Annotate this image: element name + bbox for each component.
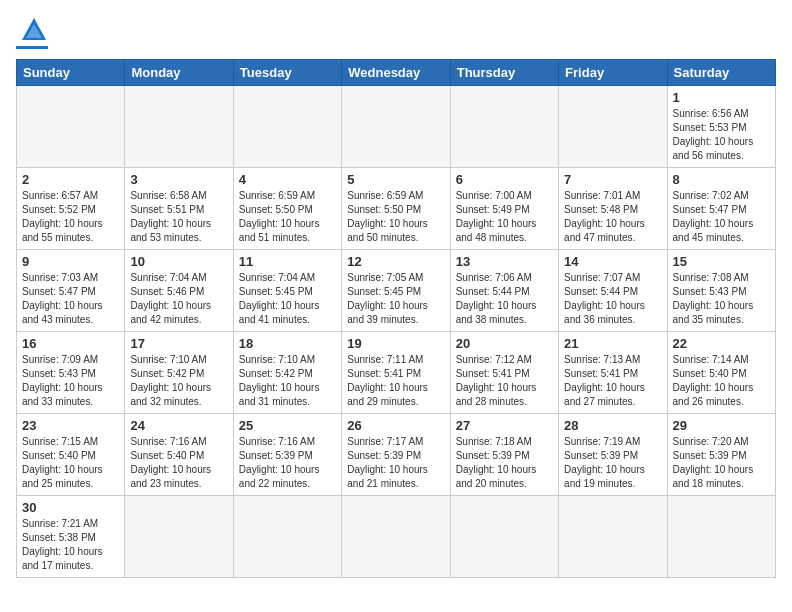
day-info: Sunrise: 6:57 AM Sunset: 5:52 PM Dayligh… <box>22 189 119 245</box>
calendar-cell: 22Sunrise: 7:14 AM Sunset: 5:40 PM Dayli… <box>667 332 775 414</box>
weekday-header-sunday: Sunday <box>17 60 125 86</box>
day-info: Sunrise: 7:18 AM Sunset: 5:39 PM Dayligh… <box>456 435 553 491</box>
weekday-header-monday: Monday <box>125 60 233 86</box>
calendar-cell <box>125 496 233 578</box>
day-number: 28 <box>564 418 661 433</box>
calendar-cell <box>667 496 775 578</box>
calendar-cell: 30Sunrise: 7:21 AM Sunset: 5:38 PM Dayli… <box>17 496 125 578</box>
logo-underline <box>16 46 48 49</box>
day-number: 29 <box>673 418 770 433</box>
day-info: Sunrise: 7:05 AM Sunset: 5:45 PM Dayligh… <box>347 271 444 327</box>
logo-icon <box>20 16 48 44</box>
calendar: SundayMondayTuesdayWednesdayThursdayFrid… <box>16 59 776 578</box>
weekday-header-wednesday: Wednesday <box>342 60 450 86</box>
week-row-3: 9Sunrise: 7:03 AM Sunset: 5:47 PM Daylig… <box>17 250 776 332</box>
day-info: Sunrise: 7:01 AM Sunset: 5:48 PM Dayligh… <box>564 189 661 245</box>
day-info: Sunrise: 7:16 AM Sunset: 5:40 PM Dayligh… <box>130 435 227 491</box>
day-info: Sunrise: 7:21 AM Sunset: 5:38 PM Dayligh… <box>22 517 119 573</box>
day-number: 23 <box>22 418 119 433</box>
week-row-2: 2Sunrise: 6:57 AM Sunset: 5:52 PM Daylig… <box>17 168 776 250</box>
calendar-cell: 23Sunrise: 7:15 AM Sunset: 5:40 PM Dayli… <box>17 414 125 496</box>
calendar-cell: 1Sunrise: 6:56 AM Sunset: 5:53 PM Daylig… <box>667 86 775 168</box>
calendar-cell: 9Sunrise: 7:03 AM Sunset: 5:47 PM Daylig… <box>17 250 125 332</box>
day-info: Sunrise: 7:09 AM Sunset: 5:43 PM Dayligh… <box>22 353 119 409</box>
calendar-cell: 7Sunrise: 7:01 AM Sunset: 5:48 PM Daylig… <box>559 168 667 250</box>
day-info: Sunrise: 7:04 AM Sunset: 5:46 PM Dayligh… <box>130 271 227 327</box>
day-number: 9 <box>22 254 119 269</box>
day-number: 12 <box>347 254 444 269</box>
week-row-5: 23Sunrise: 7:15 AM Sunset: 5:40 PM Dayli… <box>17 414 776 496</box>
calendar-cell <box>559 496 667 578</box>
day-number: 27 <box>456 418 553 433</box>
day-number: 8 <box>673 172 770 187</box>
calendar-cell: 28Sunrise: 7:19 AM Sunset: 5:39 PM Dayli… <box>559 414 667 496</box>
day-info: Sunrise: 6:59 AM Sunset: 5:50 PM Dayligh… <box>239 189 336 245</box>
calendar-cell: 15Sunrise: 7:08 AM Sunset: 5:43 PM Dayli… <box>667 250 775 332</box>
day-number: 19 <box>347 336 444 351</box>
day-number: 14 <box>564 254 661 269</box>
calendar-cell <box>450 86 558 168</box>
week-row-6: 30Sunrise: 7:21 AM Sunset: 5:38 PM Dayli… <box>17 496 776 578</box>
day-number: 21 <box>564 336 661 351</box>
day-info: Sunrise: 6:58 AM Sunset: 5:51 PM Dayligh… <box>130 189 227 245</box>
day-info: Sunrise: 6:59 AM Sunset: 5:50 PM Dayligh… <box>347 189 444 245</box>
day-number: 22 <box>673 336 770 351</box>
calendar-cell: 10Sunrise: 7:04 AM Sunset: 5:46 PM Dayli… <box>125 250 233 332</box>
day-info: Sunrise: 7:00 AM Sunset: 5:49 PM Dayligh… <box>456 189 553 245</box>
header <box>16 16 776 49</box>
day-number: 2 <box>22 172 119 187</box>
day-number: 4 <box>239 172 336 187</box>
calendar-cell <box>450 496 558 578</box>
calendar-cell <box>17 86 125 168</box>
day-number: 3 <box>130 172 227 187</box>
logo <box>16 16 48 49</box>
calendar-cell: 27Sunrise: 7:18 AM Sunset: 5:39 PM Dayli… <box>450 414 558 496</box>
weekday-header-saturday: Saturday <box>667 60 775 86</box>
weekday-header-row: SundayMondayTuesdayWednesdayThursdayFrid… <box>17 60 776 86</box>
day-info: Sunrise: 7:06 AM Sunset: 5:44 PM Dayligh… <box>456 271 553 327</box>
day-info: Sunrise: 7:08 AM Sunset: 5:43 PM Dayligh… <box>673 271 770 327</box>
calendar-cell <box>342 496 450 578</box>
calendar-cell: 19Sunrise: 7:11 AM Sunset: 5:41 PM Dayli… <box>342 332 450 414</box>
day-info: Sunrise: 7:10 AM Sunset: 5:42 PM Dayligh… <box>239 353 336 409</box>
week-row-4: 16Sunrise: 7:09 AM Sunset: 5:43 PM Dayli… <box>17 332 776 414</box>
day-info: Sunrise: 7:16 AM Sunset: 5:39 PM Dayligh… <box>239 435 336 491</box>
calendar-cell: 29Sunrise: 7:20 AM Sunset: 5:39 PM Dayli… <box>667 414 775 496</box>
day-info: Sunrise: 7:11 AM Sunset: 5:41 PM Dayligh… <box>347 353 444 409</box>
day-info: Sunrise: 7:14 AM Sunset: 5:40 PM Dayligh… <box>673 353 770 409</box>
calendar-cell: 20Sunrise: 7:12 AM Sunset: 5:41 PM Dayli… <box>450 332 558 414</box>
calendar-cell <box>342 86 450 168</box>
day-number: 30 <box>22 500 119 515</box>
calendar-cell: 14Sunrise: 7:07 AM Sunset: 5:44 PM Dayli… <box>559 250 667 332</box>
calendar-cell: 21Sunrise: 7:13 AM Sunset: 5:41 PM Dayli… <box>559 332 667 414</box>
day-number: 26 <box>347 418 444 433</box>
calendar-cell: 25Sunrise: 7:16 AM Sunset: 5:39 PM Dayli… <box>233 414 341 496</box>
day-info: Sunrise: 7:04 AM Sunset: 5:45 PM Dayligh… <box>239 271 336 327</box>
calendar-cell: 4Sunrise: 6:59 AM Sunset: 5:50 PM Daylig… <box>233 168 341 250</box>
calendar-cell: 8Sunrise: 7:02 AM Sunset: 5:47 PM Daylig… <box>667 168 775 250</box>
day-number: 20 <box>456 336 553 351</box>
calendar-cell: 12Sunrise: 7:05 AM Sunset: 5:45 PM Dayli… <box>342 250 450 332</box>
calendar-cell: 5Sunrise: 6:59 AM Sunset: 5:50 PM Daylig… <box>342 168 450 250</box>
calendar-cell: 11Sunrise: 7:04 AM Sunset: 5:45 PM Dayli… <box>233 250 341 332</box>
week-row-1: 1Sunrise: 6:56 AM Sunset: 5:53 PM Daylig… <box>17 86 776 168</box>
calendar-cell <box>233 86 341 168</box>
day-number: 10 <box>130 254 227 269</box>
day-info: Sunrise: 7:03 AM Sunset: 5:47 PM Dayligh… <box>22 271 119 327</box>
day-info: Sunrise: 7:19 AM Sunset: 5:39 PM Dayligh… <box>564 435 661 491</box>
calendar-cell: 26Sunrise: 7:17 AM Sunset: 5:39 PM Dayli… <box>342 414 450 496</box>
weekday-header-thursday: Thursday <box>450 60 558 86</box>
day-number: 13 <box>456 254 553 269</box>
day-info: Sunrise: 7:12 AM Sunset: 5:41 PM Dayligh… <box>456 353 553 409</box>
day-number: 15 <box>673 254 770 269</box>
calendar-cell: 13Sunrise: 7:06 AM Sunset: 5:44 PM Dayli… <box>450 250 558 332</box>
day-info: Sunrise: 7:17 AM Sunset: 5:39 PM Dayligh… <box>347 435 444 491</box>
day-number: 17 <box>130 336 227 351</box>
day-number: 5 <box>347 172 444 187</box>
calendar-cell <box>559 86 667 168</box>
calendar-cell: 3Sunrise: 6:58 AM Sunset: 5:51 PM Daylig… <box>125 168 233 250</box>
day-info: Sunrise: 7:13 AM Sunset: 5:41 PM Dayligh… <box>564 353 661 409</box>
day-number: 6 <box>456 172 553 187</box>
day-info: Sunrise: 7:07 AM Sunset: 5:44 PM Dayligh… <box>564 271 661 327</box>
day-number: 1 <box>673 90 770 105</box>
